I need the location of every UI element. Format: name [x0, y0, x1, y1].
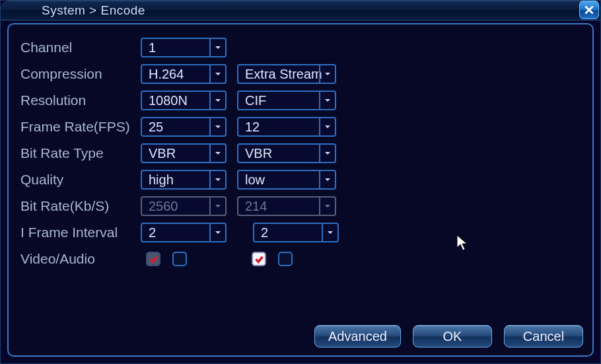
- select-bitrate-main-value: 2560: [149, 199, 219, 214]
- select-bitrate-extra: 214: [237, 196, 336, 216]
- encode-form: Channel 1 Compression H.264 Extra Stream: [20, 36, 583, 270]
- row-iframe: I Frame Interval 2 2: [20, 221, 583, 244]
- checkbox-video-main[interactable]: [146, 252, 160, 266]
- row-channel: Channel 1: [20, 36, 583, 59]
- chevron-down-icon: [319, 92, 335, 109]
- dialog-footer: Advanced OK Cancel: [314, 325, 583, 347]
- select-bitratetype-main-value: VBR: [149, 146, 219, 161]
- select-compression-main-value: H.264: [149, 67, 219, 82]
- select-framerate-extra[interactable]: 12: [237, 117, 336, 137]
- check-icon: [254, 254, 264, 264]
- label-compression: Compression: [20, 66, 141, 82]
- select-resolution-main[interactable]: 1080N: [141, 91, 227, 110]
- select-bitrate-main: 2560: [141, 196, 227, 216]
- label-resolution: Resolution: [20, 92, 141, 108]
- chevron-down-icon: [319, 65, 335, 83]
- row-compression: Compression H.264 Extra Stream: [20, 63, 583, 85]
- label-iframe: I Frame Interval: [20, 225, 141, 240]
- chevron-down-icon: [209, 39, 225, 56]
- chevron-down-icon: [209, 118, 225, 135]
- close-button[interactable]: [579, 1, 599, 19]
- select-iframe-extra[interactable]: 2: [253, 223, 339, 242]
- select-framerate-extra-value: 12: [245, 120, 328, 135]
- row-bitrate: Bit Rate(Kb/S) 2560 214: [20, 195, 583, 217]
- select-compression-main[interactable]: H.264: [141, 64, 227, 84]
- select-bitratetype-extra-value: VBR: [245, 146, 328, 161]
- select-bitrate-extra-value: 214: [245, 199, 328, 214]
- row-bitratetype: Bit Rate Type VBR VBR: [20, 142, 583, 164]
- label-framerate: Frame Rate(FPS): [20, 119, 141, 135]
- select-quality-main[interactable]: high: [141, 170, 227, 190]
- close-icon: [584, 5, 594, 15]
- label-channel: Channel: [20, 40, 141, 55]
- select-bitratetype-main[interactable]: VBR: [141, 143, 227, 163]
- label-bitratetype: Bit Rate Type: [20, 145, 141, 161]
- chevron-down-icon: [319, 198, 335, 215]
- select-channel[interactable]: 1: [141, 38, 227, 57]
- select-quality-extra-value: low: [245, 172, 328, 188]
- row-resolution: Resolution 1080N CIF: [20, 89, 583, 112]
- check-icon: [149, 254, 159, 264]
- chevron-down-icon: [209, 92, 225, 109]
- select-resolution-extra[interactable]: CIF: [237, 91, 336, 110]
- chevron-down-icon: [322, 224, 337, 241]
- label-videoaudio: Video/Audio: [20, 251, 141, 267]
- ok-button[interactable]: OK: [413, 325, 492, 347]
- select-resolution-main-value: 1080N: [149, 93, 219, 108]
- row-framerate: Frame Rate(FPS) 25 12: [20, 116, 583, 138]
- chevron-down-icon: [209, 198, 225, 215]
- select-framerate-main-value: 25: [149, 120, 219, 135]
- chevron-down-icon: [319, 118, 335, 135]
- row-quality: Quality high low: [20, 168, 583, 191]
- select-quality-main-value: high: [149, 172, 219, 188]
- checkbox-audio-main[interactable]: [172, 252, 187, 266]
- select-compression-extra[interactable]: Extra Stream: [237, 64, 336, 84]
- select-resolution-extra-value: CIF: [245, 93, 328, 108]
- window-title: System > Encode: [42, 3, 145, 18]
- settings-panel: Channel 1 Compression H.264 Extra Stream: [7, 23, 594, 357]
- chevron-down-icon: [319, 145, 335, 162]
- select-bitratetype-extra[interactable]: VBR: [237, 143, 336, 163]
- select-framerate-main[interactable]: 25: [141, 117, 227, 137]
- select-iframe-extra-value: 2: [261, 225, 331, 240]
- chevron-down-icon: [209, 224, 225, 241]
- select-quality-extra[interactable]: low: [237, 170, 336, 190]
- select-iframe-main[interactable]: 2: [141, 223, 227, 242]
- checkbox-video-extra[interactable]: [252, 252, 266, 266]
- label-quality: Quality: [20, 172, 141, 188]
- chevron-down-icon: [319, 171, 335, 188]
- chevron-down-icon: [209, 65, 225, 83]
- chevron-down-icon: [209, 145, 225, 162]
- label-bitrate: Bit Rate(Kb/S): [20, 198, 141, 214]
- select-channel-value: 1: [149, 40, 219, 55]
- row-videoaudio: Video/Audio: [20, 248, 583, 270]
- advanced-button[interactable]: Advanced: [314, 325, 401, 347]
- titlebar: System > Encode: [1, 1, 600, 20]
- checkbox-audio-extra[interactable]: [278, 252, 293, 266]
- chevron-down-icon: [209, 171, 225, 188]
- window: System > Encode Channel 1 Compression H.…: [0, 0, 601, 364]
- cancel-button[interactable]: Cancel: [504, 325, 583, 347]
- select-compression-extra-value: Extra Stream: [245, 67, 328, 82]
- select-iframe-main-value: 2: [149, 225, 219, 240]
